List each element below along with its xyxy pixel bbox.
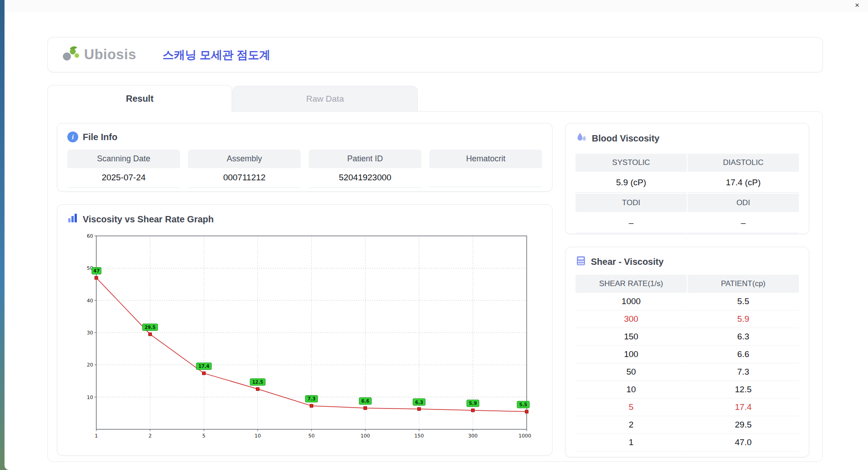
svg-text:6.6: 6.6 — [361, 399, 369, 404]
shear-rate-cell: 50 — [576, 363, 687, 381]
blood-viscosity-card: Blood Viscosity SYSTOLIC DIASTOLIC 5.9 (… — [565, 123, 809, 234]
viscosity-chart: 102030405060125105010015030010004729.517… — [80, 230, 542, 445]
blood-viscosity-title: Blood Viscosity — [592, 133, 660, 144]
x-tick-label: 300 — [468, 433, 478, 439]
shear-rate-cell: 1 — [576, 434, 687, 451]
blood-viscosity-table: SYSTOLIC DIASTOLIC 5.9 (cP) 17.4 (cP) TO… — [576, 154, 799, 233]
field-value: 2025-07-24 — [67, 168, 180, 188]
chart-point — [203, 371, 206, 375]
app-header: Ubiosis 스캐닝 모세관 점도계 — [47, 37, 823, 72]
svg-text:6.3: 6.3 — [415, 400, 423, 405]
table-row: 1006.6 — [576, 346, 799, 363]
blood-viscosity-title-row: Blood Viscosity — [576, 132, 799, 146]
shear-rate-cell: 150 — [576, 328, 687, 346]
chart-point — [310, 404, 313, 407]
shear-viscosity-card: Shear - Viscosity SHEAR RATE(1/s) PATIEN… — [565, 247, 809, 457]
field-hematocrit: Hematocrit — [429, 150, 542, 188]
chart-point — [149, 333, 152, 336]
x-tick-label: 5 — [203, 433, 206, 439]
logo-text: Ubiosis — [84, 47, 136, 63]
calculator-icon — [576, 255, 586, 268]
y-tick-label: 10 — [87, 395, 93, 400]
chart-point — [472, 409, 475, 412]
x-tick-label: 150 — [415, 433, 424, 439]
tab-raw-data[interactable]: Raw Data — [232, 86, 418, 111]
chart-point — [418, 408, 421, 411]
x-tick-label: 50 — [308, 433, 315, 439]
patient-cell: 6.3 — [688, 328, 799, 346]
tab-result[interactable]: Result — [47, 85, 232, 112]
y-tick-label: 40 — [87, 298, 93, 304]
page-title: 스캐닝 모세관 점도계 — [162, 47, 270, 62]
shear-rate-cell: 300 — [576, 310, 687, 328]
table-row: 229.5 — [576, 416, 799, 434]
svg-text:17.4: 17.4 — [198, 364, 210, 369]
field-label: Patient ID — [309, 150, 421, 168]
title-bar: × — [5, 0, 868, 12]
shear-rate-column-header: SHEAR RATE(1/s) — [576, 275, 687, 293]
logo-icon — [61, 45, 81, 65]
systolic-header: SYSTOLIC — [576, 154, 687, 172]
droplet-icon — [576, 132, 587, 146]
patient-cell: 12.5 — [688, 381, 799, 399]
file-info-title: File Info — [83, 132, 118, 142]
field-assembly: Assembly 000711212 — [188, 150, 301, 188]
field-value: 52041923000 — [309, 168, 421, 188]
y-tick-label: 30 — [87, 330, 93, 336]
chart-point — [364, 406, 367, 409]
odi-header: ODI — [688, 194, 799, 212]
file-info-title-row: i File Info — [67, 132, 542, 142]
info-icon: i — [67, 132, 78, 142]
field-label: Hematocrit — [429, 150, 542, 168]
bar-chart-icon — [67, 213, 78, 226]
patient-column-header: PATIENT(cp) — [688, 275, 799, 293]
patient-cell: 17.4 — [688, 399, 799, 416]
patient-cell: 7.3 — [688, 363, 799, 381]
table-row: 507.3 — [576, 363, 799, 381]
table-row: 1506.3 — [576, 328, 799, 346]
shear-rate-cell: 2 — [576, 416, 687, 434]
shear-rate-cell: 5 — [576, 399, 687, 416]
table-row: 3005.9 — [576, 310, 799, 328]
x-tick-label: 2 — [149, 433, 152, 439]
field-patient-id: Patient ID 52041923000 — [309, 150, 421, 188]
y-tick-label: 60 — [87, 233, 93, 239]
todi-value: – — [576, 213, 687, 233]
svg-text:47: 47 — [93, 268, 99, 273]
svg-text:7.3: 7.3 — [307, 396, 316, 401]
odi-value: – — [688, 213, 799, 233]
chart-point — [525, 410, 528, 413]
patient-cell: 6.6 — [688, 346, 799, 363]
shear-table-header: SHEAR RATE(1/s) PATIENT(cp) — [576, 275, 799, 293]
x-tick-label: 1000 — [519, 433, 531, 439]
file-info-fields: Scanning Date 2025-07-24 Assembly 000711… — [67, 150, 542, 188]
close-icon[interactable]: × — [853, 1, 862, 9]
table-row: 517.4 — [576, 399, 799, 416]
todi-header: TODI — [576, 194, 687, 212]
table-row: 10005.5 — [576, 293, 799, 310]
patient-cell: 29.5 — [688, 416, 799, 434]
shear-rate-cell: 10 — [576, 381, 687, 399]
svg-text:5.9: 5.9 — [469, 401, 477, 406]
shear-table-body: 10005.53005.91506.31006.6507.31012.5517.… — [576, 293, 799, 451]
svg-text:12.5: 12.5 — [252, 380, 264, 385]
patient-cell: 47.0 — [688, 434, 799, 451]
chart-point — [256, 387, 259, 390]
field-label: Assembly — [188, 150, 301, 168]
field-label: Scanning Date — [67, 150, 180, 168]
graph-title: Viscosity vs Shear Rate Graph — [83, 214, 214, 225]
shear-viscosity-title-row: Shear - Viscosity — [576, 255, 799, 268]
x-tick-label: 10 — [255, 433, 261, 439]
y-tick-label: 20 — [87, 362, 93, 368]
diastolic-header: DIASTOLIC — [688, 154, 799, 172]
shear-rate-cell: 100 — [576, 346, 687, 363]
x-tick-label: 100 — [361, 433, 370, 439]
logo: Ubiosis — [61, 45, 136, 65]
chart-point — [95, 276, 98, 279]
patient-cell: 5.9 — [688, 310, 799, 328]
x-tick-label: 1 — [95, 433, 98, 439]
table-row: 1012.5 — [576, 381, 799, 399]
shear-rate-cell: 1000 — [576, 293, 687, 310]
svg-text:29.5: 29.5 — [145, 325, 156, 330]
viscosity-graph-card: Viscosity vs Shear Rate Graph 1020304050… — [57, 204, 552, 456]
